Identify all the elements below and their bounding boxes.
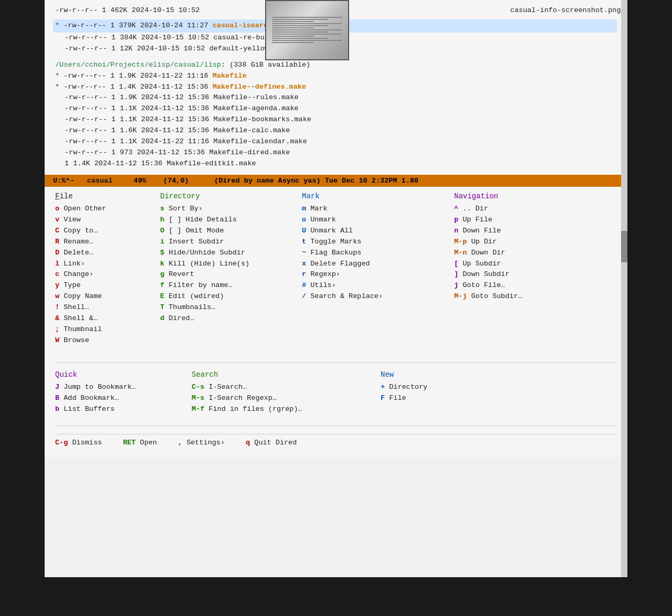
menu-item-utils[interactable]: # Utils› — [302, 280, 454, 291]
menu-item-isearch[interactable]: C-s I-Search… — [192, 382, 381, 393]
file-row-9[interactable]: -rw-r--r-- 1 1.1K 2024-11-12 15:36 Makef… — [55, 114, 617, 125]
menu-item-copy-name[interactable]: w Copy Name — [55, 291, 160, 302]
menu-item-hide[interactable]: h [ ] Hide Details — [160, 215, 302, 226]
file-row-7[interactable]: -rw-r--r-- 1 1.9K 2024-11-12 15:36 Makef… — [55, 92, 617, 103]
menu-item-list-buffers[interactable]: b List Buffers — [55, 404, 192, 415]
menu-item-unmark[interactable]: u Unmark — [302, 215, 454, 226]
menu-item-shell-amp[interactable]: & Shell &… — [55, 313, 160, 324]
menu-item-hideunhide[interactable]: $ Hide/Unhide Subdir — [160, 248, 302, 259]
file-row-8[interactable]: -rw-r--r-- 1 1.1K 2024-11-12 15:36 Makef… — [55, 103, 617, 114]
scrollbar[interactable] — [621, 0, 627, 577]
menu-item-filter[interactable]: f Filter by name… — [160, 280, 302, 291]
menu-item-up-subdir[interactable]: [ Up Subdir — [454, 259, 617, 270]
key-C: C — [55, 227, 59, 235]
menu-item-up-dir[interactable]: M-p Up Dir — [454, 237, 617, 248]
menu-item-browse[interactable]: W Browse — [55, 335, 160, 346]
menu-item-thumbnail[interactable]: ; Thumbnail — [55, 324, 160, 335]
menu-item-regexp[interactable]: r Regexp› — [302, 269, 454, 280]
key-x: x — [302, 260, 306, 268]
key-rbracket: ] — [454, 270, 458, 278]
menu-item-jump-bookmark[interactable]: J Jump to Bookmark… — [55, 382, 192, 393]
file-row-13[interactable]: 1 1.4K 2024-11-12 15:36 Makefile-editkit… — [55, 158, 617, 169]
key-E: E — [160, 292, 164, 300]
key-i: i — [160, 238, 164, 246]
menu-item-down-subdir[interactable]: ] Down Subdir — [454, 269, 617, 280]
key-b: b — [55, 405, 59, 413]
menu-item-up-file[interactable]: p Up File — [454, 215, 617, 226]
key-O: O — [160, 227, 164, 235]
menu-item-mark[interactable]: m Mark — [302, 204, 454, 215]
search-menu-col: Search C-s I-Search… M-s I-Search Regexp… — [192, 370, 381, 415]
key-v: v — [55, 216, 59, 224]
menu-item-type[interactable]: y Type — [55, 280, 160, 291]
menu-item-kill[interactable]: k Kill (Hide) Line(s) — [160, 259, 302, 270]
key-D: D — [55, 249, 59, 257]
file-name-5: Makefile — [213, 72, 247, 80]
key-k: k — [160, 260, 164, 268]
key-w: w — [55, 292, 59, 300]
file-perms-13: 1 1.4K 2024-11-12 15:36 — [65, 160, 162, 167]
menu-item-shell[interactable]: ! Shell… — [55, 302, 160, 313]
file-name-9: Makefile-bookmarks.make — [214, 115, 311, 123]
menu-item-isearch-regexp[interactable]: M-s I-Search Regexp… — [192, 393, 381, 404]
key-u: u — [302, 216, 306, 224]
menu-item-rename[interactable]: R Rename… — [55, 237, 160, 248]
menu-item-unmark-all[interactable]: U Unmark All — [302, 226, 454, 237]
file-row-6[interactable]: * -rw-r--r-- 1 1.4K 2024-11-12 15:36 Mak… — [55, 82, 617, 93]
file-name-12: Makefile-dired.make — [209, 148, 290, 156]
menu-item-flag-backups[interactable]: ~ Flag Backups — [302, 248, 454, 259]
menu-item-find-files[interactable]: M-f Find in files (rgrep)… — [192, 404, 381, 415]
footer-quit[interactable]: q Quit Dired — [246, 439, 297, 447]
menu-item-new-file[interactable]: F File — [381, 393, 617, 404]
menu-item-link[interactable]: l Link› — [55, 259, 160, 270]
file-perms-7: -rw-r--r-- 1 1.9K 2024-11-12 15:36 — [65, 93, 209, 101]
file-row-10[interactable]: -rw-r--r-- 1 1.6K 2024-11-12 15:36 Makef… — [55, 125, 617, 136]
mode-description: (Dired by name Async yas) Tue Dec 10 2:3… — [214, 177, 418, 185]
key-semi: ; — [55, 325, 59, 333]
menu-item-goto-file[interactable]: j Goto File… — [454, 280, 617, 291]
menu-item-change[interactable]: c Change› — [55, 269, 160, 280]
menu-item-revert[interactable]: g Revert — [160, 269, 302, 280]
file-perms-12: -rw-r--r-- 1 973 2024-11-12 15:36 — [65, 148, 205, 156]
menu-item-open-other[interactable]: o Open Other — [55, 204, 160, 215]
dir-info: : (338 GiB available) — [221, 61, 310, 69]
key-m: m — [302, 205, 306, 213]
file-menu-col: File o Open Other v View C Copy to… R Re… — [55, 192, 160, 346]
menu-item-copy[interactable]: C Copy to… — [55, 226, 160, 237]
directory-menu-col: Directory s Sort By› h [ ] Hide Details … — [160, 192, 302, 346]
menu-item-down-file[interactable]: n Down File — [454, 226, 617, 237]
file-row-11[interactable]: -rw-r--r-- 1 1.1K 2024-11-22 11:16 Makef… — [55, 136, 617, 147]
menu-item-edit[interactable]: E Edit (wdired) — [160, 291, 302, 302]
menu-item-dotdot-dir[interactable]: ^ .. Dir — [454, 204, 617, 215]
menu-item-dired[interactable]: d Dired… — [160, 313, 302, 324]
menu-item-new-directory[interactable]: + Directory — [381, 382, 617, 393]
footer-settings[interactable]: , Settings› — [178, 439, 225, 447]
file-perms-4: -rw-r--r-- 1 12K 2024-10-15 10:52 — [65, 45, 205, 52]
key-caret: ^ — [454, 205, 458, 213]
scrollbar-thumb[interactable] — [621, 231, 627, 262]
file-row-5[interactable]: * -rw-r--r-- 1 1.9K 2024-11-22 11:16 Mak… — [55, 71, 617, 82]
menu-item-insert[interactable]: i Insert Subdir — [160, 237, 302, 248]
quick-menu-title: Quick — [55, 370, 192, 379]
menu-item-down-dir[interactable]: M-n Down Dir — [454, 248, 617, 259]
quick-menu-col: Quick J Jump to Bookmark… B Add Bookmark… — [55, 370, 192, 415]
menu-item-omit[interactable]: O [ ] Omit Mode — [160, 226, 302, 237]
menu-item-delete-flagged[interactable]: x Delete Flagged — [302, 259, 454, 270]
menu-item-view[interactable]: v View — [55, 215, 160, 226]
key-o: o — [55, 205, 59, 213]
file-menu-title: File — [55, 192, 160, 200]
menu-top-row: File o Open Other v View C Copy to… R Re… — [55, 192, 617, 346]
key-t: t — [302, 238, 306, 246]
file-row-12[interactable]: -rw-r--r-- 1 973 2024-11-12 15:36 Makefi… — [55, 147, 617, 158]
menu-item-thumbnails[interactable]: T Thumbnails… — [160, 302, 302, 313]
footer-open[interactable]: RET Open — [123, 439, 157, 447]
menu-item-sort[interactable]: s Sort By› — [160, 204, 302, 215]
menu-item-search-replace[interactable]: / Search & Replace› — [302, 291, 454, 302]
menu-item-toggle[interactable]: t Toggle Marks — [302, 237, 454, 248]
menu-item-add-bookmark[interactable]: B Add Bookmark… — [55, 393, 192, 404]
menu-item-delete[interactable]: D Delete… — [55, 248, 160, 259]
mark-asterisk-5: * — [55, 72, 64, 80]
menu-divider — [55, 362, 617, 363]
footer-dismiss[interactable]: C-g Dismiss — [55, 439, 102, 447]
menu-item-goto-subdir[interactable]: M-j Goto Subdir… — [454, 291, 617, 302]
